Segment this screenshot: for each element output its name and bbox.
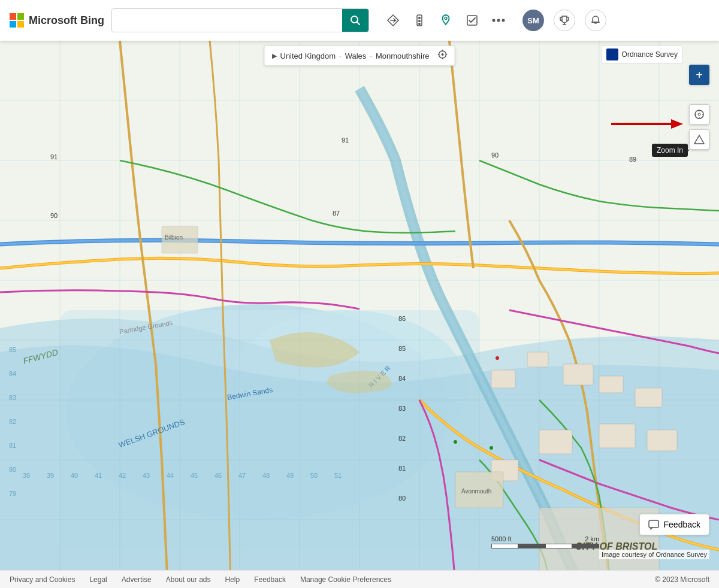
svg-text:82: 82 [398,435,406,442]
svg-text:Avonmouth: Avonmouth [461,488,491,495]
logo-cell-yellow [17,21,24,28]
svg-text:85: 85 [9,346,16,353]
terrain-view-button[interactable] [689,129,709,150]
search-button[interactable] [342,9,368,32]
terrain-icon [694,134,705,145]
logo-cell-blue [10,21,16,28]
scale-bar-graphic [491,544,599,548]
svg-text:48: 48 [262,472,270,479]
svg-text:50: 50 [310,472,318,479]
header-icons [381,8,510,32]
checklist-icon [466,14,479,27]
zoom-in-button[interactable]: + [689,65,709,85]
more-button[interactable] [487,8,510,32]
scale-seg-1 [491,544,518,548]
svg-text:84: 84 [9,370,16,377]
svg-text:83: 83 [398,405,406,412]
svg-text:90: 90 [50,212,58,219]
svg-text:49: 49 [286,472,294,479]
bell-icon [590,15,601,26]
svg-point-8 [445,17,447,20]
svg-rect-66 [527,352,548,367]
footer-advertise-link[interactable]: Advertise [122,575,152,584]
scale-seg-4 [572,544,599,548]
breadcrumb-expand-icon[interactable]: ▶ [272,52,277,60]
svg-point-5 [418,17,421,19]
svg-text:82: 82 [9,418,16,425]
user-avatar[interactable]: SM [522,10,544,31]
more-icon [492,19,505,22]
map-source-badge: Ordnance Survey [601,46,683,63]
svg-rect-65 [491,370,515,388]
footer-help-link[interactable]: Help [225,575,240,584]
svg-point-105 [698,113,700,116]
map-pin-button[interactable] [434,8,458,32]
svg-text:43: 43 [143,472,150,479]
svg-rect-68 [599,376,623,393]
map-pin-icon [439,14,452,27]
breadcrumb-monmouthshire[interactable]: Monmouthshire [376,51,430,60]
scale-seg-3 [545,544,572,548]
svg-text:90: 90 [491,151,499,159]
svg-text:44: 44 [167,472,174,479]
svg-text:39: 39 [47,472,54,479]
svg-text:40: 40 [71,472,78,479]
svg-text:81: 81 [398,465,406,472]
breadcrumb: ▶ United Kingdom · Wales · Monmouthshire [264,46,455,66]
logo-cell-green [17,13,24,20]
traffic-icon [413,14,426,27]
svg-rect-70 [599,424,635,448]
svg-point-95 [490,446,493,450]
svg-text:46: 46 [215,472,222,479]
zoom-in-icon: + [696,68,703,82]
svg-point-94 [454,440,457,444]
svg-text:51: 51 [334,472,342,479]
directions-icon [386,14,400,27]
svg-marker-110 [694,135,704,144]
svg-point-93 [496,356,499,360]
svg-point-6 [418,20,421,22]
map-canvas: 3839 4041 4243 4445 4647 4849 5051 7980 … [0,41,719,570]
footer-legal-link[interactable]: Legal [89,575,107,584]
svg-marker-103 [671,119,683,129]
map-container[interactable]: 3839 4041 4243 4445 4647 4849 5051 7980 … [0,41,719,570]
svg-text:42: 42 [119,472,126,479]
os-logo [606,49,618,60]
scale-label-right: 2 km [585,535,599,542]
footer-privacy-link[interactable]: Privacy and Cookies [10,575,75,584]
svg-text:83: 83 [9,394,16,401]
svg-rect-111 [649,520,658,528]
notifications-button[interactable] [585,10,606,31]
directions-button[interactable] [381,8,405,32]
svg-text:87: 87 [333,210,340,217]
map-source-label: Ordnance Survey [622,50,678,59]
search-bar [111,8,369,32]
zoom-in-tooltip: Zoom In [652,144,688,157]
feedback-button[interactable]: Feedback [639,514,709,535]
zoom-out-button[interactable] [689,104,709,125]
breadcrumb-uk[interactable]: United Kingdom [280,51,336,60]
search-input[interactable] [112,9,342,32]
trophy-icon [559,15,570,26]
logo[interactable]: Microsoft Bing [10,13,104,28]
svg-text:45: 45 [191,472,198,479]
logo-cell-red [10,13,16,20]
svg-point-11 [497,19,500,22]
breadcrumb-wales[interactable]: Wales [345,51,367,60]
rewards-button[interactable] [554,10,575,31]
header: Microsoft Bing [0,0,719,41]
footer-about-ads-link[interactable]: About our ads [166,575,211,584]
feedback-icon [648,519,659,530]
breadcrumb-sep-1: · [339,51,342,60]
svg-point-10 [493,19,496,22]
svg-text:86: 86 [398,315,406,322]
locate-me-button[interactable] [438,50,448,62]
footer-feedback-link[interactable]: Feedback [254,575,286,584]
checklist-button[interactable] [460,8,484,32]
footer-cookie-prefs-link[interactable]: Manage Cookie Preferences [300,575,391,584]
image-courtesy-label: Image courtesy of Ordnance Survey [599,550,709,559]
traffic-button[interactable] [407,8,431,32]
logo-text: Microsoft Bing [29,14,104,27]
svg-rect-71 [647,430,677,451]
svg-rect-69 [635,388,662,407]
